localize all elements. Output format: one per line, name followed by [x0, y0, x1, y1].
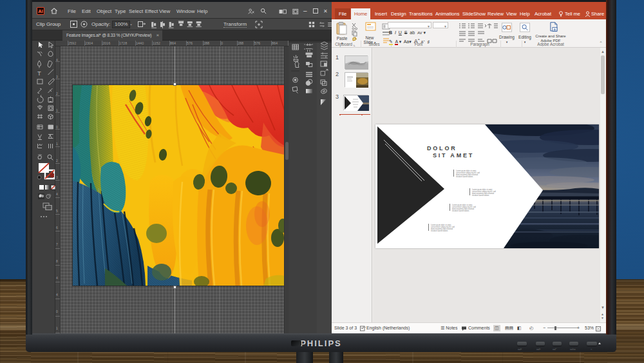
svg-text:DOLOR: DOLOR [427, 145, 457, 152]
svg-text:tincidunt laoreet dolore.: tincidunt laoreet dolore. [472, 194, 489, 197]
svg-text:T: T [37, 70, 41, 77]
svg-text:SIT AMET: SIT AMET [433, 152, 474, 159]
svg-text:tincidunt laoreet dolore.: tincidunt laoreet dolore. [456, 175, 473, 178]
svg-text:tincidunt laoreet dolore.: tincidunt laoreet dolore. [452, 210, 469, 212]
svg-text:tincidunt laoreet dolore.: tincidunt laoreet dolore. [431, 230, 448, 232]
